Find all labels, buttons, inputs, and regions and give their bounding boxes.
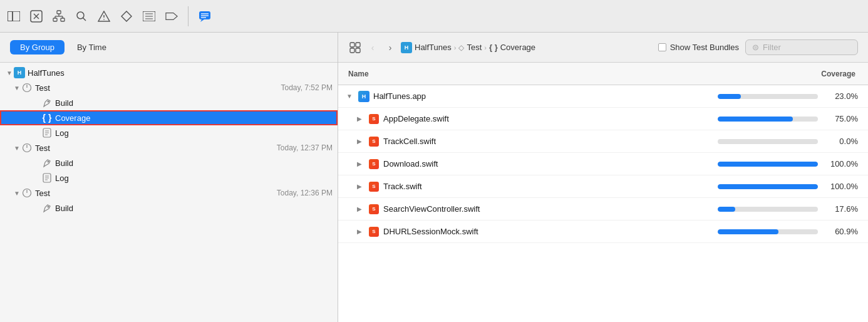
tree-time-test3: Today, 12:36 PM — [277, 189, 333, 197]
svg-rect-46 — [356, 43, 360, 47]
progress-fill-track — [718, 184, 818, 189]
svg-rect-6 — [57, 11, 61, 14]
nav-grid-icon[interactable] — [348, 41, 362, 55]
build1-icon — [41, 97, 53, 108]
progress-fill-halftunes — [718, 94, 741, 99]
show-bundles-label[interactable]: Show Test Bundles — [658, 43, 739, 52]
expand-appdelegate[interactable]: ▶ — [354, 115, 364, 122]
table-row[interactable]: ▶ S SearchViewController.swift 17.6% — [338, 198, 868, 221]
tree-arrow-test3: ▼ — [13, 190, 21, 197]
tree-item-test2[interactable]: ▼ Test Today, 12:37 PM — [0, 140, 338, 155]
tree-item-log2[interactable]: Log — [0, 170, 338, 185]
breadcrumb: H HalfTunes › ◇ Test › { } Coverage — [401, 42, 535, 53]
breadcrumb-sep1: › — [454, 44, 457, 51]
tree-item-test3[interactable]: ▼ Test Today, 12:36 PM — [0, 185, 338, 200]
tree-item-log1[interactable]: Log — [0, 125, 338, 140]
progress-fill-download — [718, 162, 818, 167]
table-header: Name Coverage — [338, 63, 868, 85]
tree-arrow-halftunes: ▼ — [5, 70, 14, 76]
search-icon[interactable] — [75, 10, 88, 23]
label-icon[interactable] — [165, 10, 178, 23]
coverage-pct-searchvc: 17.6% — [824, 204, 858, 214]
expand-download[interactable]: ▶ — [354, 160, 364, 167]
diamond-test-icon: ◇ — [458, 43, 464, 52]
svg-point-17 — [103, 19, 105, 20]
toolbar-divider — [188, 6, 189, 26]
tree-label-test2: Test — [35, 143, 273, 153]
svg-line-14 — [83, 18, 86, 21]
expand-searchvc[interactable]: ▶ — [354, 205, 364, 212]
error-icon[interactable] — [30, 10, 43, 23]
swift-dhurlsession-icon: S — [368, 226, 380, 237]
tree-item-build2[interactable]: Build — [0, 155, 338, 170]
tree-item-test1[interactable]: ▼ Test Today, 7:52 PM — [0, 80, 338, 95]
sidebar: By Group By Time ▼ H HalfTunes ▼ — [0, 33, 338, 322]
forward-button[interactable]: › — [383, 41, 397, 55]
expand-track[interactable]: ▶ — [354, 183, 364, 190]
tree-arrow-test2: ▼ — [13, 145, 21, 152]
filter-input-container[interactable]: ⊜ Filter — [745, 39, 858, 55]
row-coverage-dhurlsession: 60.9% — [680, 227, 868, 236]
expand-trackcell[interactable]: ▶ — [354, 138, 364, 145]
breadcrumb-sep2: › — [484, 44, 487, 51]
app-file-icon: H — [358, 91, 369, 102]
progress-fill-appdelegate — [718, 117, 793, 122]
diamond-icon[interactable] — [120, 10, 133, 23]
breadcrumb-coverage[interactable]: { } Coverage — [489, 43, 535, 52]
breadcrumb-test[interactable]: ◇ Test — [458, 43, 482, 52]
curly-brace-icon: { } — [489, 43, 498, 52]
tree-time-test1: Today, 7:52 PM — [281, 83, 333, 92]
progress-bar-dhurlsession — [718, 229, 818, 234]
sidebar-toggle-icon[interactable] — [8, 10, 20, 23]
svg-rect-7 — [53, 18, 57, 21]
swift-trackcell-icon: S — [368, 136, 380, 147]
coverage-pct-halftunes: 23.0% — [824, 91, 858, 101]
coverage-pct-track: 100.0% — [824, 182, 858, 191]
tree-item-build3[interactable]: Build — [0, 200, 338, 216]
row-label-dhurlsession: DHURLSessionMock.swift — [383, 227, 478, 236]
svg-rect-1 — [8, 11, 20, 21]
expand-halftunes[interactable]: ▼ — [344, 93, 354, 100]
by-group-button[interactable]: By Group — [10, 40, 65, 55]
svg-point-30 — [48, 101, 49, 103]
by-time-button[interactable]: By Time — [67, 40, 116, 55]
build3-icon — [41, 202, 53, 214]
list-icon[interactable] — [143, 10, 155, 23]
svg-rect-48 — [356, 48, 360, 53]
hierarchy-icon[interactable] — [53, 10, 65, 23]
expand-dhurlsession[interactable]: ▶ — [354, 228, 364, 235]
row-label-track: Track.swift — [383, 182, 422, 191]
warning-icon[interactable] — [98, 10, 110, 23]
tree-arrow-test1: ▼ — [13, 85, 21, 91]
content-panel: ‹ › H HalfTunes › ◇ Test › — [338, 33, 868, 322]
tree-label-log2: Log — [55, 174, 338, 183]
table-row[interactable]: ▶ S Download.swift 100.0% — [338, 153, 868, 175]
comment-icon[interactable] — [199, 10, 211, 23]
swift-track-icon: S — [368, 181, 380, 192]
row-label-appdelegate: AppDelegate.swift — [383, 114, 449, 123]
breadcrumb-halftunes[interactable]: HalfTunes — [415, 43, 452, 52]
show-bundles-checkbox[interactable] — [658, 43, 666, 51]
col-coverage-header[interactable]: Coverage — [680, 70, 868, 78]
svg-rect-45 — [350, 43, 354, 47]
table-row[interactable]: ▶ S Track.swift 100.0% — [338, 175, 868, 198]
row-coverage-track: 100.0% — [680, 182, 868, 191]
sidebar-header: By Group By Time — [0, 33, 338, 63]
tree-time-test2: Today, 12:37 PM — [277, 143, 333, 152]
back-button[interactable]: ‹ — [366, 41, 380, 55]
tree-item-halftunes[interactable]: ▼ H HalfTunes — [0, 65, 338, 80]
table-row[interactable]: ▶ S TrackCell.swift 0.0% — [338, 130, 868, 153]
col-name-header[interactable]: Name — [348, 70, 680, 78]
row-name-dhurlsession: ▶ S DHURLSessionMock.swift — [338, 226, 680, 237]
row-name-trackcell: ▶ S TrackCell.swift — [338, 136, 680, 147]
breadcrumb-coverage-label: Coverage — [500, 43, 535, 52]
table-row[interactable]: ▶ S DHURLSessionMock.swift 60.9% — [338, 221, 868, 243]
tree-item-build1[interactable]: Build — [0, 95, 338, 110]
table-row[interactable]: ▼ H HalfTunes.app 23.0% — [338, 85, 868, 108]
progress-bar-halftunes — [718, 94, 818, 99]
tree-item-coverage1[interactable]: { } Coverage — [0, 110, 338, 125]
halftunes-app-icon: H — [14, 67, 25, 78]
row-label-trackcell: TrackCell.swift — [383, 137, 436, 146]
table-row[interactable]: ▶ S AppDelegate.swift 75.0% — [338, 108, 868, 130]
tree-label-test1: Test — [35, 83, 277, 93]
